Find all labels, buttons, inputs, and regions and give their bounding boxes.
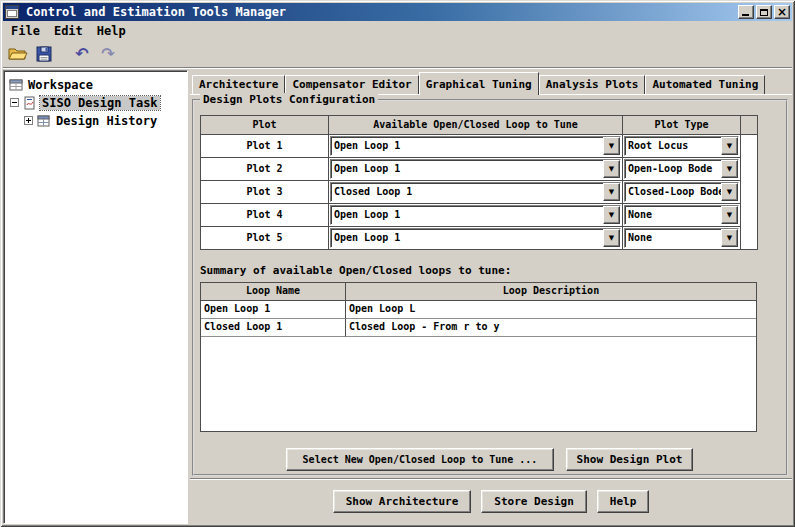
- summary-label: Summary of available Open/Closed loops t…: [200, 264, 511, 277]
- chevron-down-icon: ▼: [609, 235, 614, 242]
- store-design-button[interactable]: Store Design: [481, 490, 586, 513]
- dropdown-button[interactable]: ▼: [603, 229, 620, 247]
- titlebar[interactable]: Control and Estimation Tools Manager ×: [3, 3, 792, 21]
- plot5-type-combobox[interactable]: None ▼: [624, 228, 739, 248]
- tree-item-label: SISO Design Task: [40, 96, 160, 110]
- table-cell: None ▼: [623, 227, 741, 250]
- plot3-type-combobox[interactable]: Closed-Loop Bode ▼: [624, 182, 739, 202]
- menu-edit[interactable]: Edit: [47, 22, 90, 40]
- graphical-tuning-pane: Design Plots Configuration Plot Availabl…: [190, 94, 792, 478]
- plot1-type-combobox[interactable]: Root Locus ▼: [624, 136, 739, 156]
- menu-file[interactable]: File: [4, 22, 47, 40]
- workspace-tree: Workspace SISO Design Task: [3, 70, 188, 524]
- open-button[interactable]: [7, 43, 29, 65]
- design-plots-table: Plot Available Open/Closed Loop to Tune …: [200, 115, 758, 250]
- loop-description-header: Loop Description: [346, 283, 756, 301]
- dropdown-button[interactable]: ▼: [721, 183, 738, 201]
- select-new-loop-button[interactable]: Select New Open/Closed Loop to Tune ...: [286, 448, 554, 471]
- table-cell: None ▼: [623, 204, 741, 227]
- design-history-icon: [37, 114, 51, 128]
- plot2-type-combobox[interactable]: Open-Loop Bode ▼: [624, 159, 739, 179]
- table-cell: Closed Loop 1 ▼: [329, 181, 623, 204]
- dropdown-button[interactable]: ▼: [603, 160, 620, 178]
- redo-button[interactable]: ↷: [97, 43, 119, 65]
- loop-name-cell[interactable]: Closed Loop 1: [201, 319, 346, 337]
- show-architecture-button[interactable]: Show Architecture: [333, 490, 472, 513]
- plot4-loop-combobox[interactable]: Open Loop 1 ▼: [330, 205, 621, 225]
- combobox-value: Open Loop 1: [331, 206, 603, 224]
- combobox-value: Root Locus: [625, 137, 721, 155]
- expand-expander-icon[interactable]: [24, 114, 33, 128]
- close-button[interactable]: ×: [774, 5, 790, 19]
- tab-compensator-editor[interactable]: Compensator Editor: [285, 75, 418, 94]
- loop-column-header: Available Open/Closed Loop to Tune: [329, 116, 623, 135]
- combobox-value: None: [625, 206, 721, 224]
- chevron-down-icon: ▼: [727, 143, 732, 150]
- plot4-type-combobox[interactable]: None ▼: [624, 205, 739, 225]
- plot3-loop-combobox[interactable]: Closed Loop 1 ▼: [330, 182, 621, 202]
- tree-item-label: Design History: [54, 114, 159, 128]
- plot-row-label: Plot 5: [201, 227, 329, 250]
- dropdown-button[interactable]: ▼: [603, 137, 620, 155]
- table-cell: Open Loop 1 ▼: [329, 204, 623, 227]
- tree-item-siso-design-task[interactable]: SISO Design Task: [4, 94, 187, 112]
- combobox-value: Open Loop 1: [331, 229, 603, 247]
- close-icon: ×: [777, 6, 787, 18]
- app-window: Control and Estimation Tools Manager × F…: [0, 0, 795, 527]
- combobox-value: Open-Loop Bode: [625, 160, 721, 178]
- maximize-icon: [760, 9, 768, 16]
- loop-description-cell[interactable]: Open Loop L: [346, 301, 756, 319]
- footer-button-bar: Show Architecture Store Design Help: [190, 478, 792, 524]
- siso-task-icon: [23, 96, 37, 110]
- tab-graphical-tuning[interactable]: Graphical Tuning: [419, 72, 539, 95]
- plot-row-label: Plot 4: [201, 204, 329, 227]
- chevron-down-icon: ▼: [727, 235, 732, 242]
- save-floppy-icon: [36, 46, 52, 62]
- chevron-down-icon: ▼: [609, 166, 614, 173]
- dropdown-button[interactable]: ▼: [721, 206, 738, 224]
- undo-button[interactable]: ↶: [71, 43, 93, 65]
- show-design-plot-button[interactable]: Show Design Plot: [566, 448, 693, 471]
- dropdown-button[interactable]: ▼: [603, 206, 620, 224]
- table-cell: Closed-Loop Bode ▼: [623, 181, 741, 204]
- minimize-button[interactable]: [738, 5, 754, 19]
- help-button[interactable]: Help: [597, 490, 650, 513]
- maximize-button[interactable]: [756, 5, 772, 19]
- plot-column-header: Plot: [201, 116, 329, 135]
- plot-row-label: Plot 1: [201, 135, 329, 158]
- tab-bar: Architecture Compensator Editor Graphica…: [192, 71, 792, 94]
- menu-help[interactable]: Help: [90, 22, 133, 40]
- combobox-value: Open Loop 1: [331, 137, 603, 155]
- tree-item-workspace[interactable]: Workspace: [4, 76, 187, 94]
- plot-type-column-header: Plot Type: [623, 116, 741, 135]
- combobox-value: Closed-Loop Bode: [625, 183, 721, 201]
- table-cell: Open-Loop Bode ▼: [623, 158, 741, 181]
- plot5-loop-combobox[interactable]: Open Loop 1 ▼: [330, 228, 621, 248]
- dropdown-button[interactable]: ▼: [603, 183, 620, 201]
- tab-architecture[interactable]: Architecture: [192, 75, 285, 94]
- combobox-value: None: [625, 229, 721, 247]
- loop-name-cell[interactable]: Open Loop 1: [201, 301, 346, 319]
- dropdown-button[interactable]: ▼: [721, 229, 738, 247]
- task-panel: Architecture Compensator Editor Graphica…: [190, 70, 792, 524]
- tab-analysis-plots[interactable]: Analysis Plots: [539, 75, 646, 94]
- table-cell: Open Loop 1 ▼: [329, 158, 623, 181]
- plot1-loop-combobox[interactable]: Open Loop 1 ▼: [330, 136, 621, 156]
- dropdown-button[interactable]: ▼: [721, 137, 738, 155]
- tab-automated-tuning[interactable]: Automated Tuning: [645, 75, 765, 94]
- save-button[interactable]: [33, 43, 55, 65]
- combobox-value: Open Loop 1: [331, 160, 603, 178]
- groupbox-title: Design Plots Configuration: [200, 93, 378, 106]
- undo-icon: ↶: [75, 46, 88, 62]
- tree-item-design-history[interactable]: Design History: [4, 112, 187, 130]
- collapse-expander-icon[interactable]: [10, 96, 19, 110]
- plot2-loop-combobox[interactable]: Open Loop 1 ▼: [330, 159, 621, 179]
- chevron-down-icon: ▼: [609, 189, 614, 196]
- dropdown-button[interactable]: ▼: [721, 160, 738, 178]
- plot-row-label: Plot 3: [201, 181, 329, 204]
- chevron-down-icon: ▼: [609, 143, 614, 150]
- spacer-column: [741, 135, 758, 250]
- plot-row-label: Plot 2: [201, 158, 329, 181]
- loop-description-cell[interactable]: Closed Loop - From r to y: [346, 319, 756, 337]
- open-folder-icon: [8, 46, 28, 62]
